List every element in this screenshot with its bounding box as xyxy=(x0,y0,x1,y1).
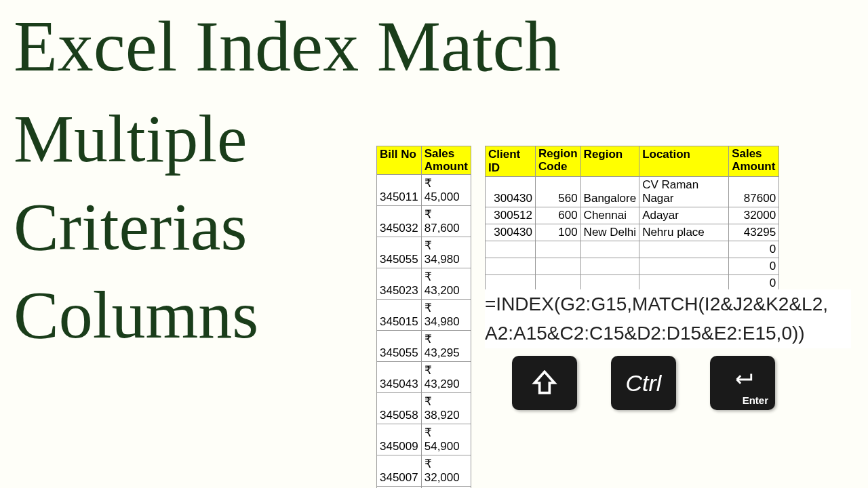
col-region: Region xyxy=(580,146,639,177)
table-row: 345011₹ 45,000 xyxy=(377,175,471,206)
title-line-2: Multiple xyxy=(14,95,420,183)
table-row: 300430 560 Bangalore CV Raman Nagar 8760… xyxy=(486,177,779,207)
keyboard-keys: Ctrl Enter xyxy=(512,356,775,410)
ctrl-key-icon: Ctrl xyxy=(611,356,676,410)
table-header-row: Bill No SalesAmount xyxy=(377,146,471,175)
enter-key-icon: Enter xyxy=(710,356,775,410)
table-row: 0 xyxy=(486,258,779,275)
bill-table: Bill No SalesAmount 345011₹ 45,000 34503… xyxy=(376,146,471,488)
table-row: 345032₹ 87,600 xyxy=(377,206,471,237)
table-row: 345015₹ 34,980 xyxy=(377,300,471,331)
title-line-4: Columns xyxy=(14,271,420,359)
table-row: 345007₹ 32,000 xyxy=(377,455,471,487)
shift-key-icon xyxy=(512,356,577,410)
col-region-code: RegionCode xyxy=(536,146,581,177)
table-row: 345043₹ 43,290 xyxy=(377,362,471,393)
col-location: Location xyxy=(639,146,729,177)
col-client-id: Client ID xyxy=(486,146,536,177)
formula-text: =INDEX(G2:G15,MATCH(I2&J2&K2&L2, A2:A15&… xyxy=(485,289,851,348)
table-row: 345023₹ 43,200 xyxy=(377,268,471,300)
table-header-row: Client ID RegionCode Region Location Sal… xyxy=(486,146,779,177)
table-row: 300430 100 New Delhi Nehru place 43295 xyxy=(486,224,779,241)
formula-line-2: A2:A15&C2:C15&D2:D15&E2:E15,0)) xyxy=(485,319,851,348)
table-row: 345055₹ 43,295 xyxy=(377,331,471,362)
table-row: 0 xyxy=(486,241,779,258)
col-bill-no: Bill No xyxy=(377,146,422,175)
table-row: 300512 600 Chennai Adayar 32000 xyxy=(486,207,779,224)
table-row: 345009₹ 54,900 xyxy=(377,424,471,455)
formula-line-1: =INDEX(G2:G15,MATCH(I2&J2&K2&L2, xyxy=(485,289,851,319)
title-line-3: Criterias xyxy=(14,183,420,271)
title-block: Multiple Criterias Columns xyxy=(14,7,420,359)
col-sales-amount: SalesAmount xyxy=(421,146,471,175)
table-row: 345055₹ 34,980 xyxy=(377,237,471,268)
tables-container: Bill No SalesAmount 345011₹ 45,000 34503… xyxy=(376,146,865,488)
table-row: 345058₹ 38,920 xyxy=(377,393,471,424)
client-table: Client ID RegionCode Region Location Sal… xyxy=(485,146,779,292)
enter-key-label: Enter xyxy=(743,394,768,406)
col-sales-amount: SalesAmount xyxy=(729,146,779,177)
